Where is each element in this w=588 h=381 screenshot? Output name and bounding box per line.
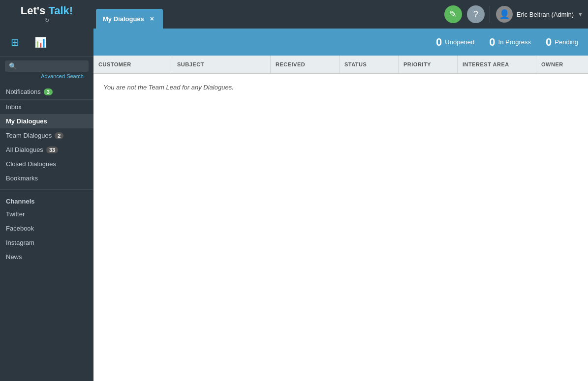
sidebar: ⊞ 📊 🔍 Advanced Search Notifications 3 In…: [0, 29, 93, 381]
tab-area: My Dialogues ×: [93, 0, 163, 29]
sidebar-item-all-dialogues[interactable]: All Dialogues 33: [0, 143, 93, 157]
sidebar-item-closed-dialogues[interactable]: Closed Dialogues: [0, 157, 93, 171]
grid-icon-button[interactable]: ⊞: [6, 33, 24, 51]
sidebar-item-team-dialogues[interactable]: Team Dialogues 2: [0, 128, 93, 143]
channels-label: Channels: [0, 194, 93, 207]
all-dialogues-badge: 33: [46, 147, 58, 153]
notifications-badge: 3: [44, 88, 53, 95]
table-header: CUSTOMER SUBJECT RECEIVED STATUS PRIORIT…: [93, 56, 588, 74]
unopened-count: 0: [436, 36, 442, 49]
sidebar-item-news[interactable]: News: [0, 250, 93, 264]
stats-bar: 0 Unopened 0 In Progress 0 Pending: [93, 29, 588, 56]
chevron-down-icon: ▼: [578, 11, 583, 17]
edit-icon: ✎: [449, 9, 457, 20]
col-customer: CUSTOMER: [93, 56, 172, 73]
inbox-label: Inbox: [6, 103, 22, 111]
my-dialogues-label: My Dialogues: [6, 117, 47, 125]
topbar: Let's Talk! ↻ My Dialogues × ✎ ? 👤 Eric …: [0, 0, 588, 29]
stat-unopened: 0 Unopened: [436, 36, 474, 49]
stat-pending: 0 Pending: [546, 36, 578, 49]
facebook-label: Facebook: [6, 225, 34, 232]
sidebar-icon-row: ⊞ 📊: [0, 29, 93, 57]
sidebar-item-twitter[interactable]: Twitter: [0, 207, 93, 221]
inprogress-label: In Progress: [498, 38, 531, 46]
stat-inprogress: 0 In Progress: [489, 36, 531, 49]
user-menu[interactable]: 👤 Eric Beltran (Admin) ▼: [490, 6, 583, 23]
topbar-left: Let's Talk! ↻ My Dialogues ×: [0, 0, 163, 29]
notifications-label: Notifications: [6, 88, 41, 95]
search-input[interactable]: [19, 63, 85, 70]
notifications-row[interactable]: Notifications 3: [0, 84, 93, 100]
logo-area: Let's Talk! ↻: [0, 0, 93, 29]
chart-icon-button[interactable]: 📊: [31, 33, 49, 51]
user-name: Eric Beltran (Admin): [517, 11, 574, 18]
unopened-label: Unopened: [445, 38, 474, 46]
search-icon: 🔍: [9, 62, 17, 70]
sidebar-item-my-dialogues[interactable]: My Dialogues: [0, 114, 93, 128]
team-dialogues-badge: 2: [55, 132, 63, 139]
edit-icon-button[interactable]: ✎: [444, 5, 462, 23]
col-priority: PRIORITY: [399, 56, 458, 73]
content-area: 0 Unopened 0 In Progress 0 Pending CUSTO…: [93, 29, 588, 381]
col-status: STATUS: [340, 56, 399, 73]
help-icon: ?: [473, 9, 478, 20]
team-dialogues-label: Team Dialogues: [6, 132, 52, 139]
avatar: 👤: [496, 6, 513, 23]
pending-label: Pending: [555, 38, 578, 46]
table-body: You are not the Team Lead for any Dialog…: [93, 74, 588, 381]
pending-count: 0: [546, 36, 552, 49]
topbar-right: ✎ ? 👤 Eric Beltran (Admin) ▼: [444, 5, 583, 23]
logo-text: Let's Talk!: [21, 5, 73, 17]
empty-message: You are not the Team Lead for any Dialog…: [103, 84, 578, 91]
sidebar-item-inbox[interactable]: Inbox: [0, 100, 93, 114]
tab-close-button[interactable]: ×: [148, 15, 156, 23]
col-subject: SUBJECT: [172, 56, 271, 73]
all-dialogues-label: All Dialogues: [6, 146, 43, 153]
my-dialogues-tab[interactable]: My Dialogues ×: [96, 9, 163, 29]
advanced-search-link[interactable]: Advanced Search: [5, 72, 89, 82]
help-icon-button[interactable]: ?: [467, 5, 485, 23]
sidebar-item-instagram[interactable]: Instagram: [0, 235, 93, 250]
inprogress-count: 0: [489, 36, 495, 49]
sidebar-item-bookmarks[interactable]: Bookmarks: [0, 171, 93, 185]
bookmarks-label: Bookmarks: [6, 175, 38, 182]
closed-dialogues-label: Closed Dialogues: [6, 160, 56, 168]
sidebar-divider: [0, 189, 93, 190]
main-layout: ⊞ 📊 🔍 Advanced Search Notifications 3 In…: [0, 29, 588, 381]
sidebar-item-facebook[interactable]: Facebook: [0, 221, 93, 235]
col-owner: OWNER: [536, 56, 588, 73]
logo-arrow: ↻: [21, 17, 73, 24]
instagram-label: Instagram: [6, 239, 34, 246]
search-input-wrap: 🔍: [5, 60, 89, 72]
search-area: 🔍 Advanced Search: [0, 57, 93, 84]
col-interest-area: INTEREST AREA: [458, 56, 536, 73]
logo: Let's Talk! ↻: [21, 5, 73, 23]
tab-label: My Dialogues: [103, 15, 144, 23]
twitter-label: Twitter: [6, 210, 25, 218]
col-received: RECEIVED: [271, 56, 340, 73]
news-label: News: [6, 253, 22, 261]
